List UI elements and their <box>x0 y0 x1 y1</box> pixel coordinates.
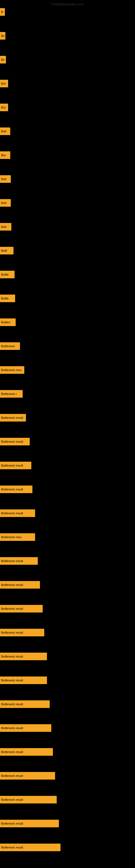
bar-fill-32: Bottleneck result <box>0 772 55 780</box>
bar-row-5: Bott <box>0 127 10 135</box>
bar-row-17: Bottleneck result <box>0 414 26 422</box>
bar-fill-11: Bottle <box>0 271 14 278</box>
bar-row-16: Bottleneck r <box>0 390 23 398</box>
bar-row-25: Bottleneck result <box>0 605 43 613</box>
bar-row-31: Bottleneck result <box>0 748 53 756</box>
bar-label-31: Bottleneck result <box>1 750 23 753</box>
bar-row-4: Bot <box>0 104 8 111</box>
bar-fill-10: Bottl <box>0 247 13 254</box>
bar-label-15: Bottleneck resu <box>1 368 21 372</box>
bar-fill-35: Bottleneck result <box>0 844 60 851</box>
bar-label-19: Bottleneck result <box>1 464 23 467</box>
bar-label-21: Bottleneck result <box>1 512 23 515</box>
bar-row-0: B <box>0 8 5 16</box>
bar-fill-8: Bott <box>0 199 11 207</box>
bar-row-29: Bottleneck result <box>0 701 50 708</box>
bar-fill-30: Bottleneck result <box>0 724 51 732</box>
bar-fill-34: Bottleneck result <box>0 820 59 827</box>
bar-row-19: Bottleneck result <box>0 462 31 469</box>
bar-row-9: Bott <box>0 223 11 230</box>
bar-label-10: Bottl <box>1 249 7 252</box>
bar-label-9: Bott <box>1 225 6 228</box>
bar-row-23: Bottleneck result <box>0 557 38 565</box>
bar-row-21: Bottleneck result <box>0 509 35 517</box>
bar-label-24: Bottleneck result <box>1 583 23 586</box>
bar-label-25: Bottleneck result <box>1 607 23 610</box>
bar-label-8: Bott <box>1 201 6 205</box>
bar-row-6: Bot <box>0 151 10 159</box>
bar-fill-31: Bottleneck result <box>0 748 53 756</box>
bar-label-29: Bottleneck result <box>1 703 23 706</box>
bar-row-3: Bot <box>0 80 8 87</box>
bar-fill-0: B <box>0 8 5 16</box>
bar-row-1: Bo <box>0 32 5 40</box>
bar-fill-19: Bottleneck result <box>0 462 31 469</box>
bar-label-3: Bot <box>1 82 6 85</box>
bar-fill-15: Bottleneck resu <box>0 366 24 374</box>
bar-row-27: Bottleneck result <box>0 653 47 660</box>
bar-label-11: Bottle <box>1 273 9 276</box>
bar-row-8: Bott <box>0 199 11 207</box>
bar-fill-17: Bottleneck result <box>0 414 26 422</box>
bar-row-30: Bottleneck result <box>0 724 51 732</box>
bar-fill-16: Bottleneck r <box>0 390 23 398</box>
bar-label-32: Bottleneck result <box>1 774 23 777</box>
bar-label-20: Bottleneck result <box>1 488 23 491</box>
bar-row-35: Bottleneck result <box>0 844 60 851</box>
bar-fill-14: Bottleneck <box>0 342 20 350</box>
bar-label-7: Bott <box>1 177 6 181</box>
bar-row-28: Bottleneck result <box>0 677 47 684</box>
bar-label-6: Bot <box>1 154 6 157</box>
bar-row-26: Bottleneck result <box>0 629 44 637</box>
bar-row-11: Bottle <box>0 271 14 278</box>
bar-fill-4: Bot <box>0 104 8 111</box>
bar-fill-24: Bottleneck result <box>0 581 40 589</box>
bar-label-27: Bottleneck result <box>1 655 23 658</box>
bar-label-0: B <box>1 10 3 13</box>
bar-label-17: Bottleneck result <box>1 416 23 420</box>
bar-row-24: Bottleneck result <box>0 581 40 589</box>
bar-fill-29: Bottleneck result <box>0 701 50 708</box>
bar-row-32: Bottleneck result <box>0 772 55 780</box>
bar-row-14: Bottleneck <box>0 342 20 350</box>
bar-fill-23: Bottleneck result <box>0 557 38 565</box>
bar-row-20: Bottleneck result <box>0 486 32 493</box>
bar-label-2: Bo <box>1 58 5 61</box>
bar-fill-28: Bottleneck result <box>0 677 47 684</box>
bar-fill-13: Bottlen <box>0 318 16 326</box>
bar-fill-9: Bott <box>0 223 11 230</box>
bar-fill-1: Bo <box>0 32 5 40</box>
bar-row-10: Bottl <box>0 247 13 254</box>
bar-label-16: Bottleneck r <box>1 392 17 396</box>
bar-label-23: Bottleneck result <box>1 559 23 563</box>
bar-fill-5: Bott <box>0 127 10 135</box>
bar-fill-25: Bottleneck result <box>0 605 43 613</box>
bar-label-5: Bott <box>1 130 6 133</box>
bar-label-18: Bottleneck result <box>1 440 23 443</box>
bar-fill-33: Bottleneck result <box>0 796 57 803</box>
bar-label-34: Bottleneck result <box>1 822 23 825</box>
bar-row-18: Bottleneck result <box>0 438 30 445</box>
bar-row-12: Bottle <box>0 294 15 302</box>
bar-row-7: Bott <box>0 175 11 183</box>
bar-label-4: Bot <box>1 106 6 109</box>
bar-label-30: Bottleneck result <box>1 726 23 730</box>
bar-label-35: Bottleneck result <box>1 846 23 849</box>
bar-fill-18: Bottleneck result <box>0 438 30 445</box>
bar-label-12: Bottle <box>1 297 9 300</box>
bar-fill-22: Bottleneck resu <box>0 533 35 541</box>
bar-fill-26: Bottleneck result <box>0 629 44 637</box>
bar-label-13: Bottlen <box>1 321 10 324</box>
bar-label-1: Bo <box>1 34 5 37</box>
bar-label-14: Bottleneck <box>1 344 15 348</box>
bar-fill-12: Bottle <box>0 294 15 302</box>
bar-fill-20: Bottleneck result <box>0 486 32 493</box>
bar-label-26: Bottleneck result <box>1 631 23 634</box>
bar-fill-6: Bot <box>0 151 10 159</box>
bar-row-22: Bottleneck resu <box>0 533 35 541</box>
bar-row-34: Bottleneck result <box>0 820 59 827</box>
bar-fill-7: Bott <box>0 175 11 183</box>
bar-label-33: Bottleneck result <box>1 798 23 801</box>
bar-fill-21: Bottleneck result <box>0 509 35 517</box>
bar-row-15: Bottleneck resu <box>0 366 24 374</box>
